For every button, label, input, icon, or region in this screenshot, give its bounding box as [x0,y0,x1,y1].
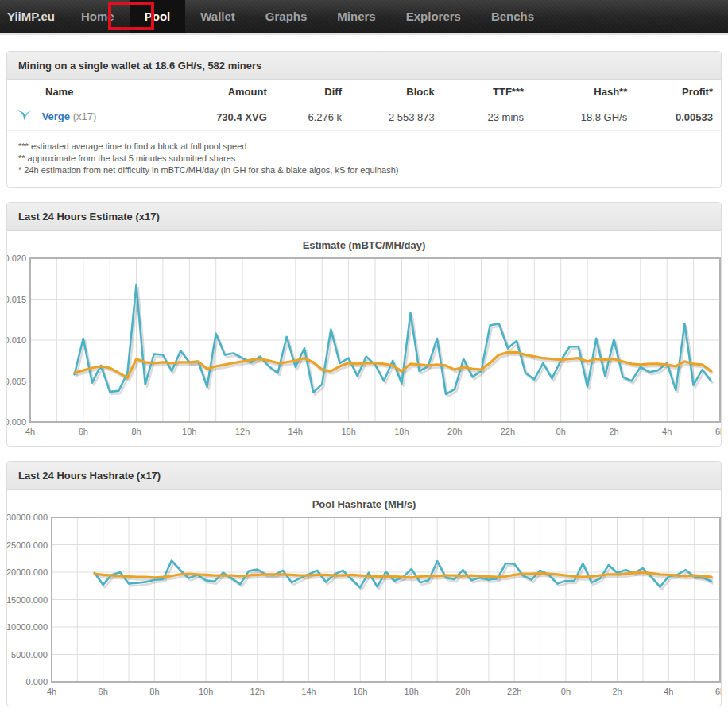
mining-wallet-panel: Mining on a single wallet at 18.6 GH/s, … [6,51,722,188]
verge-coin-icon [17,112,35,124]
svg-text:20h: 20h [447,427,462,436]
estimate-chart-title: Estimate (mBTC/MH/day) [7,239,721,251]
brand-logo[interactable]: YiiMP.eu [0,0,66,33]
svg-text:12h: 12h [235,427,250,436]
table-header-row: Name Amount Diff Block TTF*** Hash** Pro… [7,80,721,103]
nav-bar: YiiMP.eu Home Pool Wallet Graphs Miners … [0,0,728,35]
hashrate-panel: Last 24 Hours Hashrate (x17) Pool Hashra… [6,461,722,706]
svg-text:22h: 22h [501,427,515,436]
svg-text:12h: 12h [250,687,265,696]
svg-text:0.020: 0.020 [6,253,26,263]
svg-text:6h: 6h [79,427,88,436]
svg-text:4h: 4h [664,687,673,696]
column-header-name: Name [7,80,186,103]
svg-text:20000.000: 20000.000 [6,567,48,577]
svg-text:4h: 4h [662,427,672,436]
footnote-hash: ** approximate from the last 5 minutes s… [18,153,710,164]
estimate-chart: 0.0000.0050.0100.0150.0204h6h8h10h12h14h… [7,253,721,439]
nav-item-explorers[interactable]: Explorers [391,0,476,33]
svg-text:2h: 2h [612,687,622,696]
svg-text:0h: 0h [561,687,571,696]
svg-text:15000.000: 15000.000 [6,595,48,605]
svg-text:14h: 14h [288,427,303,436]
hashrate-chart-container: Pool Hashrate (MH/s) 0.0005000.00010000.… [7,498,721,706]
coin-algo-suffix: (x17) [73,110,97,122]
footnote-profit: * 24h estimation from net difficulty in … [18,164,710,176]
cell-hash: 18.8 GH/s [532,103,635,131]
column-header-amount: Amount [186,80,275,103]
svg-text:6h: 6h [99,687,108,696]
page-content: Mining on a single wallet at 18.6 GH/s, … [0,35,728,706]
svg-text:0.000: 0.000 [25,677,48,687]
estimate-chart-container: Estimate (mBTC/MH/day) 0.0000.0050.0100.… [7,239,721,446]
mining-wallet-panel-title: Mining on a single wallet at 18.6 GH/s, … [7,52,721,80]
svg-text:25000.000: 25000.000 [6,540,48,550]
coin-link-verge[interactable]: Verge [42,110,70,122]
svg-text:0.005: 0.005 [6,377,26,386]
column-header-ttf: TTF*** [443,80,532,103]
svg-text:0.010: 0.010 [6,335,26,345]
svg-text:4h: 4h [25,427,35,436]
svg-text:4h: 4h [47,687,56,696]
svg-text:10000.000: 10000.000 [6,622,48,632]
column-header-block: Block [350,80,443,103]
svg-text:6h: 6h [715,427,722,436]
column-header-profit: Profit* [635,80,721,103]
svg-text:2h: 2h [609,427,618,436]
nav-item-graphs[interactable]: Graphs [250,0,323,33]
cell-amount: 730.4 XVG [186,103,275,131]
svg-text:5000.000: 5000.000 [11,650,48,660]
estimate-panel-title: Last 24 Hours Estimate (x17) [7,203,721,231]
footnote-ttf: *** estimated average time to find a blo… [18,141,710,153]
nav-item-wallet[interactable]: Wallet [185,0,250,33]
svg-text:18h: 18h [394,427,409,436]
svg-text:0h: 0h [556,427,566,436]
svg-text:20h: 20h [455,687,470,696]
svg-text:0.015: 0.015 [6,295,26,304]
hashrate-chart: 0.0005000.00010000.00015000.00020000.000… [7,513,721,699]
svg-text:0.000: 0.000 [6,417,26,427]
table-row-verge: Verge (x17) 730.4 XVG 6.276 k 2 553 873 … [7,103,721,131]
table-footnotes: *** estimated average time to find a blo… [7,131,721,187]
hashrate-panel-title: Last 24 Hours Hashrate (x17) [7,462,721,490]
svg-text:14h: 14h [301,687,316,696]
svg-text:10h: 10h [182,427,196,436]
cell-coin-name: Verge (x17) [7,103,186,131]
column-header-hash: Hash** [532,80,635,103]
estimate-panel: Last 24 Hours Estimate (x17) Estimate (m… [6,202,722,447]
svg-text:18h: 18h [405,687,419,696]
cell-block: 2 553 873 [350,103,443,131]
hashrate-chart-title: Pool Hashrate (MH/s) [7,498,721,510]
svg-text:8h: 8h [149,687,159,696]
nav-item-miners[interactable]: Miners [322,0,390,33]
cell-ttf: 23 mins [443,103,532,131]
nav-item-benchs[interactable]: Benchs [476,0,549,33]
svg-text:16h: 16h [353,687,367,696]
svg-text:16h: 16h [341,427,355,436]
nav-item-home[interactable]: Home [66,0,130,33]
pool-coins-table: Name Amount Diff Block TTF*** Hash** Pro… [7,80,721,131]
cell-profit: 0.00533 [635,103,721,131]
svg-text:30000.000: 30000.000 [6,513,48,522]
cell-diff: 6.276 k [275,103,350,131]
svg-text:8h: 8h [131,427,141,436]
svg-text:22h: 22h [507,687,521,696]
nav-item-pool[interactable]: Pool [130,0,186,33]
column-header-diff: Diff [275,80,350,103]
svg-text:6h: 6h [715,687,722,696]
svg-text:10h: 10h [199,687,213,696]
